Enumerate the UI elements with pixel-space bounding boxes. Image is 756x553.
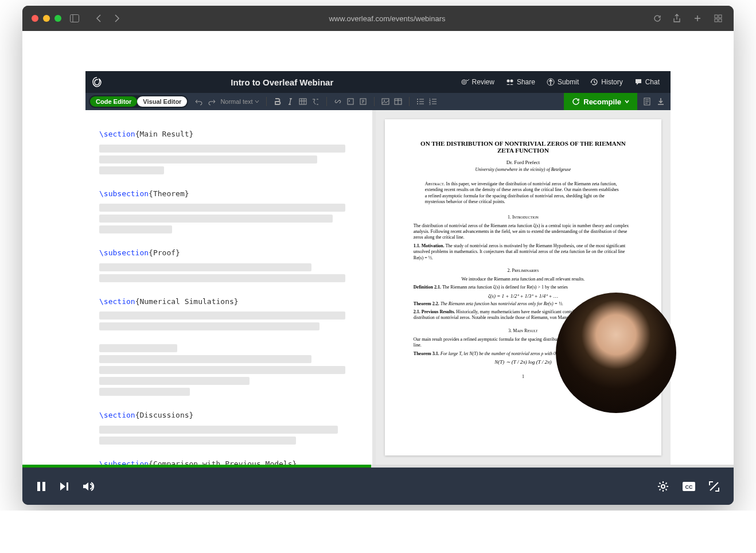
forward-button[interactable] bbox=[111, 12, 123, 25]
sidebar-toggle-icon[interactable] bbox=[68, 12, 81, 25]
visual-editor-tab[interactable]: Visual Editor bbox=[137, 96, 187, 107]
recompile-button[interactable]: Recompile bbox=[564, 93, 637, 110]
table-icon[interactable] bbox=[299, 98, 307, 106]
svg-rect-4 bbox=[715, 19, 718, 22]
svg-point-27 bbox=[661, 485, 665, 488]
svg-rect-3 bbox=[719, 15, 722, 18]
redo-icon[interactable] bbox=[208, 98, 216, 106]
svg-rect-10 bbox=[299, 99, 306, 104]
logs-icon[interactable] bbox=[643, 98, 651, 106]
svg-rect-26 bbox=[67, 482, 68, 490]
download-icon[interactable] bbox=[657, 98, 665, 106]
insert-table-icon[interactable] bbox=[394, 98, 402, 106]
svg-text:CC: CC bbox=[685, 484, 693, 490]
share-icon[interactable] bbox=[671, 12, 683, 25]
code-line: \section{Numerical Simulations} bbox=[99, 296, 358, 307]
svg-rect-25 bbox=[42, 482, 45, 491]
maximize-window-button[interactable] bbox=[54, 15, 61, 22]
svg-point-18 bbox=[417, 101, 418, 102]
overleaf-toolbar: Code Editor Visual Editor Normal text bbox=[85, 93, 671, 110]
format-dropdown[interactable]: Normal text bbox=[220, 98, 259, 105]
svg-rect-5 bbox=[719, 19, 722, 22]
project-title: Intro to Overleaf Webinar bbox=[108, 77, 456, 87]
settings-button[interactable] bbox=[657, 480, 669, 493]
svg-point-17 bbox=[417, 99, 418, 100]
code-line: \subsection{Proof} bbox=[99, 247, 358, 259]
skeleton-block bbox=[99, 311, 358, 330]
pdf-section-head: 2. Preliminaries bbox=[414, 268, 633, 273]
submit-button[interactable]: Submit bbox=[541, 75, 584, 89]
code-line: \section{Main Result} bbox=[99, 128, 358, 140]
cite-icon[interactable] bbox=[346, 98, 354, 106]
italic-icon[interactable] bbox=[286, 98, 294, 106]
pdf-paragraph: We introduce the Riemann zeta function a… bbox=[414, 276, 633, 282]
svg-point-7 bbox=[506, 80, 509, 83]
svg-point-12 bbox=[349, 100, 350, 102]
svg-text:3: 3 bbox=[429, 102, 431, 106]
split-pane: \section{Main Result}\subsection{Theorem… bbox=[85, 110, 671, 465]
presenter-webcam bbox=[556, 293, 676, 413]
svg-rect-0 bbox=[71, 15, 79, 22]
pause-button[interactable] bbox=[36, 481, 46, 492]
pdf-section-head: 1. Introduction bbox=[414, 215, 633, 220]
fullscreen-button[interactable] bbox=[708, 481, 720, 492]
svg-point-15 bbox=[384, 100, 385, 101]
pdf-affiliation: University (somewhere in the vicinity) o… bbox=[414, 167, 633, 172]
svg-rect-11 bbox=[348, 99, 353, 104]
skeleton-block bbox=[99, 344, 358, 396]
browser-right-buttons bbox=[671, 12, 724, 25]
math-icon[interactable] bbox=[311, 98, 319, 106]
overleaf-app: Intro to Overleaf Webinar Review Share S… bbox=[85, 71, 671, 465]
overleaf-logo-icon bbox=[91, 76, 103, 88]
pdf-definition: Definition 2.1. The Riemann zeta functio… bbox=[414, 285, 633, 290]
code-line: \subsection{Comparison with Previous Mod… bbox=[99, 458, 358, 465]
captions-button[interactable]: CC bbox=[682, 481, 696, 492]
undo-icon[interactable] bbox=[195, 98, 203, 106]
format-toolbar: Normal text 123 bbox=[195, 97, 437, 106]
ref-icon[interactable] bbox=[359, 98, 367, 106]
browser-chrome: www.overleaf.com/events/webinars bbox=[22, 6, 734, 31]
url-bar[interactable]: www.overleaf.com/events/webinars bbox=[130, 14, 644, 23]
skeleton-block bbox=[99, 145, 358, 174]
code-line: \section{Discussions} bbox=[99, 410, 358, 421]
preview-toolbar-right bbox=[637, 98, 671, 106]
pdf-author: Dr. Ford Prefect bbox=[414, 159, 633, 165]
video-progress-track[interactable] bbox=[22, 465, 734, 468]
browser-window: www.overleaf.com/events/webinars Intro t… bbox=[22, 6, 734, 505]
close-window-button[interactable] bbox=[32, 15, 38, 22]
svg-point-8 bbox=[510, 80, 513, 83]
browser-content: Intro to Overleaf Webinar Review Share S… bbox=[22, 31, 734, 465]
figure-icon[interactable] bbox=[381, 98, 389, 106]
chat-button[interactable]: Chat bbox=[629, 75, 665, 89]
overleaf-header: Intro to Overleaf Webinar Review Share S… bbox=[85, 71, 671, 93]
number-list-icon[interactable]: 123 bbox=[429, 98, 437, 106]
video-progress-fill bbox=[22, 465, 371, 468]
video-controls: CC bbox=[22, 465, 734, 505]
skeleton-block bbox=[99, 426, 358, 445]
share-button[interactable]: Share bbox=[501, 75, 540, 89]
link-icon[interactable] bbox=[334, 98, 342, 106]
history-button[interactable]: History bbox=[585, 75, 628, 89]
back-button[interactable] bbox=[92, 12, 105, 25]
browser-nav bbox=[92, 12, 123, 25]
volume-button[interactable] bbox=[82, 481, 95, 492]
code-line: \subsection{Theorem} bbox=[99, 188, 358, 200]
skeleton-block bbox=[99, 263, 358, 282]
skeleton-block bbox=[99, 204, 358, 233]
pdf-abstract: Abstract. In this paper, we investigate … bbox=[414, 181, 633, 205]
svg-point-19 bbox=[417, 103, 418, 104]
code-editor-pane[interactable]: \section{Main Result}\subsection{Theorem… bbox=[85, 110, 372, 465]
minimize-window-button[interactable] bbox=[43, 15, 50, 22]
pdf-paragraph: 1.1. Motivation. The study of nontrivial… bbox=[414, 243, 633, 261]
code-editor-tab[interactable]: Code Editor bbox=[90, 96, 137, 107]
review-button[interactable]: Review bbox=[456, 75, 500, 89]
tabs-grid-icon[interactable] bbox=[712, 12, 724, 25]
reload-button[interactable] bbox=[651, 12, 664, 25]
next-button[interactable] bbox=[59, 481, 69, 492]
bullet-list-icon[interactable] bbox=[416, 98, 424, 106]
bold-icon[interactable] bbox=[274, 98, 282, 106]
chevron-down-icon bbox=[625, 99, 629, 104]
new-tab-icon[interactable] bbox=[691, 12, 704, 25]
pdf-paragraph: The distribution of nontrivial zeros of … bbox=[414, 223, 633, 241]
editor-mode-toggle: Code Editor Visual Editor bbox=[89, 95, 188, 108]
